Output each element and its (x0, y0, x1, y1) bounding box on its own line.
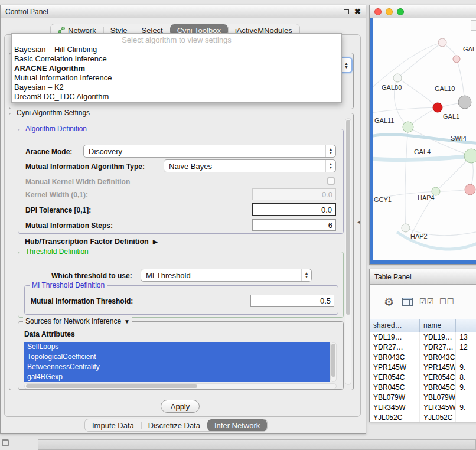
table-row[interactable]: YLR345WYLR345W9. (370, 403, 476, 413)
close-traffic-light-icon[interactable] (374, 8, 382, 15)
which-threshold-combobox[interactable]: MI Threshold ▲▼ (141, 269, 312, 282)
cell[interactable]: YJL052C (420, 413, 456, 422)
cell[interactable]: YBL079W (370, 393, 420, 403)
aracne-mode-combobox[interactable]: Discovery ▲▼ (83, 145, 336, 158)
tab-discretize-data[interactable]: Discretize Data (141, 419, 207, 431)
cell[interactable]: YPR145W (370, 363, 420, 373)
cell[interactable]: 9. (456, 383, 476, 393)
cell[interactable]: YDL19… (370, 332, 420, 343)
combo-arrows-icon: ▲▼ (325, 160, 335, 172)
mi-algorithm-type-value: Naive Bayes (169, 162, 212, 171)
cell[interactable]: 13 (456, 332, 476, 343)
cell[interactable]: YBR045C (420, 383, 456, 393)
cell[interactable]: 8. (456, 373, 476, 383)
cell[interactable] (456, 353, 476, 363)
cell[interactable]: 9. (456, 363, 476, 373)
cell[interactable]: YDR27… (370, 343, 420, 353)
cell[interactable] (456, 413, 476, 422)
table-row[interactable]: YJL052CYJL052C (370, 413, 476, 422)
dropdown-item-basic-correlation[interactable]: Basic Correlation Inference (12, 54, 341, 64)
cell[interactable]: YLR345W (370, 403, 420, 413)
zoom-traffic-light-icon[interactable] (397, 8, 404, 15)
mi-algorithm-type-combobox[interactable]: Naive Bayes ▲▼ (164, 159, 336, 172)
network-node[interactable] (393, 74, 402, 82)
table-row[interactable]: YBR043CYBR043C (370, 353, 476, 363)
column-header-shared-name[interactable]: shared… (370, 319, 420, 332)
splitter-collapse-arrow[interactable]: ◂ (357, 219, 360, 225)
table-panel-titlebar[interactable]: Table Panel (370, 269, 476, 285)
dpi-tolerance-input[interactable] (252, 203, 336, 216)
network-window-titlebar[interactable] (370, 5, 476, 18)
dropdown-item-bayesian-k2[interactable]: Bayesian – K2 (12, 83, 341, 92)
cell[interactable]: YBR043C (420, 353, 456, 363)
network-node[interactable] (403, 122, 413, 132)
network-node[interactable] (464, 149, 476, 163)
table-row[interactable]: YDL19…YDL19…13 (370, 332, 476, 343)
kernel-width-input[interactable] (252, 188, 336, 200)
cell[interactable]: YDR27… (420, 343, 456, 353)
tab-impute-data[interactable]: Impute Data (85, 419, 141, 431)
network-node[interactable] (458, 96, 471, 109)
mi-steps-input[interactable] (252, 219, 336, 231)
chevron-right-icon: ▶ (153, 238, 158, 246)
network-node[interactable] (453, 56, 460, 63)
chevron-down-icon[interactable]: ▼ (124, 318, 130, 325)
mi-threshold-group: MI Threshold Definition Mutual Informati… (24, 285, 338, 315)
column-browser-icon[interactable] (402, 298, 413, 308)
deselect-all-rows-icon[interactable]: ☐☐ (439, 297, 454, 306)
manual-kernel-width-checkbox[interactable] (327, 177, 335, 185)
cell[interactable]: YBR045C (370, 383, 420, 393)
cell[interactable]: YPR145W (420, 363, 456, 373)
table-row[interactable]: YER054CYER054C8. (370, 373, 476, 383)
control-panel-window: Control Panel ✖ Network Style Select Cyn… (0, 5, 366, 434)
cell[interactable]: YJL052C (370, 413, 420, 422)
table-row[interactable]: YBL079WYBL079W (370, 393, 476, 403)
table-row[interactable]: YDR27…YDR27…12 (370, 343, 476, 353)
cell[interactable]: YLR345W (420, 403, 456, 413)
select-all-rows-icon[interactable]: ☑☑ (419, 297, 434, 306)
settings-scrollbar[interactable] (345, 118, 351, 385)
network-node[interactable] (465, 184, 475, 195)
node-label: GCY1 (374, 196, 392, 203)
algorithm-definition-group: Algorithm Definition Aracne Mode: Discov… (18, 129, 344, 234)
attributes-vertical-scrollbar[interactable] (330, 342, 337, 382)
list-item-selfloops[interactable]: SelfLoops (24, 342, 330, 352)
apply-button[interactable]: Apply (161, 400, 200, 413)
gear-icon[interactable]: ⚙ (384, 295, 394, 309)
dropdown-item-mutual-information[interactable]: Mutual Information Inference (12, 73, 341, 83)
list-item-gal4rgexp[interactable]: gal4RGexp (24, 372, 330, 382)
network-canvas[interactable]: GAL80 GAL10 GAL11 GAL1 SWI4 GAL4 GCY1 HA… (373, 18, 476, 260)
cell[interactable]: YBL079W (420, 393, 456, 403)
dropdown-item-aracne[interactable]: ARACNE Algorithm (12, 64, 341, 73)
minimize-traffic-light-icon[interactable] (386, 8, 393, 15)
cell[interactable]: YER054C (420, 373, 456, 383)
network-node-highlighted[interactable] (433, 103, 442, 112)
cell[interactable]: 9. (456, 403, 476, 413)
node-label: GAL10 (435, 85, 455, 92)
list-item-betweennesscentrality[interactable]: BetweennessCentrality (24, 362, 330, 372)
list-item-topologicalcoefficient[interactable]: TopologicalCoefficient (24, 352, 330, 362)
column-header-extra[interactable] (456, 319, 476, 332)
cell[interactable]: YBR043C (370, 353, 420, 363)
cell[interactable]: YER054C (370, 373, 420, 383)
float-window-icon[interactable] (344, 9, 349, 14)
tab-infer-network[interactable]: Infer Network (207, 419, 267, 431)
panel-restore-icon[interactable] (2, 439, 9, 446)
attributes-horizontal-scrollbar[interactable] (24, 383, 337, 389)
table-row[interactable]: YBR045CYBR045C9. (370, 383, 476, 393)
table-header-row: shared… name (370, 319, 476, 332)
close-icon[interactable]: ✖ (354, 9, 361, 15)
network-vertical-scrollbar[interactable] (471, 20, 476, 31)
network-node[interactable] (438, 38, 446, 47)
cell[interactable]: YDL19… (420, 332, 456, 343)
cell[interactable]: 12 (456, 343, 476, 353)
cell[interactable] (456, 393, 476, 403)
table-row[interactable]: YPR145WYPR145W9. (370, 363, 476, 373)
dropdown-item-bayesian-hill[interactable]: Bayesian – Hill Climbing (12, 45, 341, 54)
hub-tf-section-toggle[interactable]: Hub/Transcription Factor Definition ▶ (25, 237, 158, 246)
column-header-name[interactable]: name (420, 319, 456, 332)
network-node[interactable] (402, 224, 410, 232)
control-panel-titlebar[interactable]: Control Panel ✖ (1, 5, 366, 18)
mi-threshold-input[interactable] (250, 295, 334, 307)
dropdown-item-dream8[interactable]: Dream8 DC_TDC Algorithm (12, 92, 341, 102)
